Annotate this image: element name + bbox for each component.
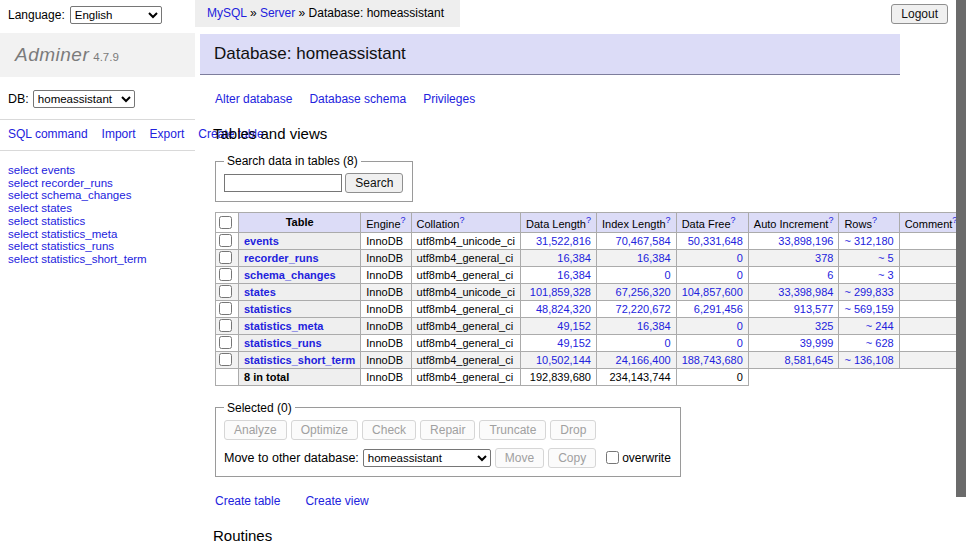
selected-action-button[interactable]: Optimize [291,420,358,440]
column-help-link[interactable]: ? [586,215,591,225]
sidebar-select-table-link[interactable]: select events [8,164,195,177]
cell-data_length: 31,522,816 [521,232,597,249]
cell-rows: ~ 244 [839,317,899,334]
row-checkbox[interactable] [219,268,232,281]
row-checkbox-cell [216,351,239,368]
language-select[interactable]: English [70,6,162,24]
column-header-label: Index Length [602,218,666,230]
cell-comment [899,317,963,334]
cell-data_free: 104,857,600 [676,283,748,300]
create-link[interactable]: Create table [215,494,280,508]
select-all-checkbox[interactable] [219,216,232,229]
breadcrumb-link[interactable]: MySQL [207,6,247,20]
table-name-link[interactable]: schema_changes [244,269,336,281]
table-header-row: TableEngine?Collation?Data Length?Index … [216,213,963,233]
total-checkbox-cell [216,368,239,385]
move-action-button[interactable]: Move [495,448,544,468]
selected-action-button[interactable]: Drop [550,420,596,440]
cell-rows: ~ 312,180 [839,232,899,249]
database-action-link[interactable]: Database schema [309,92,406,106]
column-help-link[interactable]: ? [401,215,406,225]
sidebar-select-table-link[interactable]: select statistics_runs [8,240,195,253]
move-action-button[interactable]: Copy [548,448,596,468]
cell-collation: utf8mb4_unicode_ci [411,283,520,300]
database-action-link[interactable]: Privileges [423,92,475,106]
column-help-link[interactable]: ? [459,215,464,225]
db-label: DB: [8,92,29,106]
selected-fieldset: Selected (0) AnalyzeOptimizeCheckRepairT… [215,401,681,477]
column-header-table: Table [239,213,361,233]
row-checkbox[interactable] [219,319,232,332]
table-name-link[interactable]: recorder_runs [244,252,319,264]
selected-action-button[interactable]: Truncate [479,420,546,440]
selected-action-button[interactable]: Check [362,420,416,440]
cell-data_free: 0 [676,266,748,283]
sidebar-action-link[interactable]: Export [150,127,185,141]
cell-index_length: 0 [596,266,676,283]
sidebar-select-table-link[interactable]: select schema_changes [8,189,195,202]
table-name-link[interactable]: statistics_short_term [244,354,355,366]
row-checkbox[interactable] [219,336,232,349]
cell-rows: ~ 136,108 [839,351,899,368]
sidebar-table-links: select eventsselect recorder_runsselect … [0,151,195,266]
column-help-link[interactable]: ? [872,215,877,225]
column-help-link[interactable]: ? [828,215,833,225]
sidebar-select-table-link[interactable]: select statistics_meta [8,228,195,241]
search-input[interactable] [224,174,342,192]
row-checkbox[interactable] [219,302,232,315]
column-help-link[interactable]: ? [666,215,671,225]
row-checkbox[interactable] [219,251,232,264]
adminer-brand: Adminer4.7.9 [0,33,195,77]
cell-auto_increment: 33,898,196 [748,232,839,249]
breadcrumb: MySQL » Server » Database: homeassistant [195,0,460,27]
table-name-link[interactable]: states [244,286,276,298]
sidebar-action-link[interactable]: SQL command [8,127,88,141]
sidebar-select-table-link[interactable]: select states [8,202,195,215]
sidebar-select-table-link[interactable]: select statistics [8,215,195,228]
table-row: eventsInnoDButf8mb4_unicode_ci31,522,816… [216,232,963,249]
sidebar-action-link[interactable]: Import [102,127,136,141]
row-checkbox[interactable] [219,234,232,247]
column-header-collation: Collation? [411,213,520,233]
cell-auto_increment: 39,999 [748,334,839,351]
sidebar-select-table-link[interactable]: select statistics_short_term [8,253,195,266]
table-name-link[interactable]: events [244,235,279,247]
cell-auto_increment: 378 [748,249,839,266]
column-help-link[interactable]: ? [731,215,736,225]
cell-engine: InnoDB [361,300,411,317]
sidebar-select-table-link[interactable]: select recorder_runs [8,177,195,190]
move-db-select[interactable]: homeassistant [363,449,491,467]
row-checkbox[interactable] [219,285,232,298]
column-header-data-length: Data Length? [521,213,597,233]
database-action-link[interactable]: Alter database [215,92,292,106]
total-collation: utf8mb4_general_ci [411,368,520,385]
scrollbar-track[interactable] [956,0,966,543]
table-name-link[interactable]: statistics_meta [244,320,324,332]
cell-data_length: 49,152 [521,334,597,351]
search-button[interactable]: Search [345,173,403,193]
database-links: Alter databaseDatabase schemaPrivileges [215,92,966,106]
db-select[interactable]: homeassistant [33,90,135,108]
selected-action-button[interactable]: Analyze [224,420,287,440]
logout-button[interactable]: Logout [891,4,948,24]
tables-list: TableEngine?Collation?Data Length?Index … [215,212,963,386]
cell-rows: ~ 628 [839,334,899,351]
tables-body: eventsInnoDButf8mb4_unicode_ci31,522,816… [216,232,963,385]
overwrite-checkbox[interactable] [606,451,619,464]
scrollbar-thumb[interactable] [956,0,966,497]
selected-action-button[interactable]: Repair [420,420,475,440]
table-name-link[interactable]: statistics [244,303,292,315]
cell-auto_increment: 8,581,645 [748,351,839,368]
sidebar-actions: SQL commandImportExportCreate table [0,120,168,150]
cell-table-name: statistics_runs [239,334,361,351]
table-row: statistics_metaInnoDButf8mb4_general_ci4… [216,317,963,334]
cell-index_length: 67,256,320 [596,283,676,300]
table-name-link[interactable]: statistics_runs [244,337,322,349]
row-checkbox[interactable] [219,353,232,366]
column-header-auto-increment: Auto Increment? [748,213,839,233]
breadcrumb-link[interactable]: Server [260,6,295,20]
column-header-label: Comment [905,218,953,230]
row-checkbox-cell [216,249,239,266]
cell-data_free: 188,743,680 [676,351,748,368]
create-link[interactable]: Create view [305,494,368,508]
